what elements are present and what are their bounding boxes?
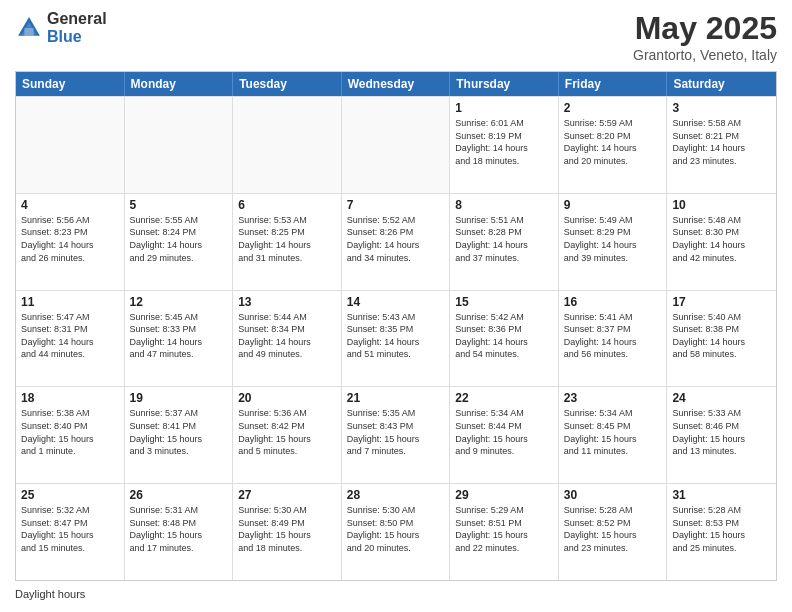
header-friday: Friday <box>559 72 668 96</box>
day-info: Sunrise: 5:42 AM Sunset: 8:36 PM Dayligh… <box>455 311 553 361</box>
day-info: Sunrise: 5:55 AM Sunset: 8:24 PM Dayligh… <box>130 214 228 264</box>
svg-rect-2 <box>24 28 33 36</box>
day-info: Sunrise: 5:33 AM Sunset: 8:46 PM Dayligh… <box>672 407 771 457</box>
day-number: 3 <box>672 101 771 115</box>
calendar-cell-r3-c1: 19Sunrise: 5:37 AM Sunset: 8:41 PM Dayli… <box>125 387 234 483</box>
day-number: 18 <box>21 391 119 405</box>
day-number: 10 <box>672 198 771 212</box>
calendar-cell-r2-c0: 11Sunrise: 5:47 AM Sunset: 8:31 PM Dayli… <box>16 291 125 387</box>
logo-general: General <box>47 10 107 28</box>
day-info: Sunrise: 5:30 AM Sunset: 8:49 PM Dayligh… <box>238 504 336 554</box>
calendar-cell-r1-c5: 9Sunrise: 5:49 AM Sunset: 8:29 PM Daylig… <box>559 194 668 290</box>
logo-blue: Blue <box>47 28 107 46</box>
calendar-cell-r3-c5: 23Sunrise: 5:34 AM Sunset: 8:45 PM Dayli… <box>559 387 668 483</box>
day-info: Sunrise: 5:28 AM Sunset: 8:53 PM Dayligh… <box>672 504 771 554</box>
calendar-row-1: 4Sunrise: 5:56 AM Sunset: 8:23 PM Daylig… <box>16 193 776 290</box>
day-info: Sunrise: 5:43 AM Sunset: 8:35 PM Dayligh… <box>347 311 445 361</box>
calendar-cell-r2-c3: 14Sunrise: 5:43 AM Sunset: 8:35 PM Dayli… <box>342 291 451 387</box>
day-number: 17 <box>672 295 771 309</box>
day-info: Sunrise: 5:32 AM Sunset: 8:47 PM Dayligh… <box>21 504 119 554</box>
day-info: Sunrise: 5:34 AM Sunset: 8:45 PM Dayligh… <box>564 407 662 457</box>
day-info: Sunrise: 5:41 AM Sunset: 8:37 PM Dayligh… <box>564 311 662 361</box>
header-sunday: Sunday <box>16 72 125 96</box>
day-number: 20 <box>238 391 336 405</box>
logo-icon <box>15 14 43 42</box>
calendar-row-2: 11Sunrise: 5:47 AM Sunset: 8:31 PM Dayli… <box>16 290 776 387</box>
day-info: Sunrise: 5:30 AM Sunset: 8:50 PM Dayligh… <box>347 504 445 554</box>
day-info: Sunrise: 5:48 AM Sunset: 8:30 PM Dayligh… <box>672 214 771 264</box>
day-number: 24 <box>672 391 771 405</box>
calendar-cell-r1-c1: 5Sunrise: 5:55 AM Sunset: 8:24 PM Daylig… <box>125 194 234 290</box>
calendar-cell-r0-c1 <box>125 97 234 193</box>
title-location: Grantorto, Veneto, Italy <box>633 47 777 63</box>
day-number: 11 <box>21 295 119 309</box>
day-info: Sunrise: 5:36 AM Sunset: 8:42 PM Dayligh… <box>238 407 336 457</box>
day-number: 22 <box>455 391 553 405</box>
day-info: Sunrise: 5:52 AM Sunset: 8:26 PM Dayligh… <box>347 214 445 264</box>
calendar-cell-r3-c0: 18Sunrise: 5:38 AM Sunset: 8:40 PM Dayli… <box>16 387 125 483</box>
day-info: Sunrise: 5:35 AM Sunset: 8:43 PM Dayligh… <box>347 407 445 457</box>
header-tuesday: Tuesday <box>233 72 342 96</box>
page: General Blue May 2025 Grantorto, Veneto,… <box>0 0 792 612</box>
day-info: Sunrise: 5:59 AM Sunset: 8:20 PM Dayligh… <box>564 117 662 167</box>
header-monday: Monday <box>125 72 234 96</box>
day-number: 14 <box>347 295 445 309</box>
day-info: Sunrise: 5:29 AM Sunset: 8:51 PM Dayligh… <box>455 504 553 554</box>
calendar-cell-r3-c2: 20Sunrise: 5:36 AM Sunset: 8:42 PM Dayli… <box>233 387 342 483</box>
calendar-cell-r4-c3: 28Sunrise: 5:30 AM Sunset: 8:50 PM Dayli… <box>342 484 451 580</box>
day-number: 21 <box>347 391 445 405</box>
calendar-cell-r1-c0: 4Sunrise: 5:56 AM Sunset: 8:23 PM Daylig… <box>16 194 125 290</box>
day-info: Sunrise: 6:01 AM Sunset: 8:19 PM Dayligh… <box>455 117 553 167</box>
calendar-cell-r0-c0 <box>16 97 125 193</box>
day-info: Sunrise: 5:34 AM Sunset: 8:44 PM Dayligh… <box>455 407 553 457</box>
day-number: 16 <box>564 295 662 309</box>
day-info: Sunrise: 5:49 AM Sunset: 8:29 PM Dayligh… <box>564 214 662 264</box>
day-number: 1 <box>455 101 553 115</box>
day-number: 29 <box>455 488 553 502</box>
calendar-cell-r2-c5: 16Sunrise: 5:41 AM Sunset: 8:37 PM Dayli… <box>559 291 668 387</box>
day-info: Sunrise: 5:53 AM Sunset: 8:25 PM Dayligh… <box>238 214 336 264</box>
calendar-cell-r1-c3: 7Sunrise: 5:52 AM Sunset: 8:26 PM Daylig… <box>342 194 451 290</box>
day-number: 5 <box>130 198 228 212</box>
day-number: 23 <box>564 391 662 405</box>
calendar-cell-r3-c6: 24Sunrise: 5:33 AM Sunset: 8:46 PM Dayli… <box>667 387 776 483</box>
calendar-cell-r4-c5: 30Sunrise: 5:28 AM Sunset: 8:52 PM Dayli… <box>559 484 668 580</box>
day-number: 25 <box>21 488 119 502</box>
day-number: 30 <box>564 488 662 502</box>
day-info: Sunrise: 5:58 AM Sunset: 8:21 PM Dayligh… <box>672 117 771 167</box>
calendar-cell-r0-c4: 1Sunrise: 6:01 AM Sunset: 8:19 PM Daylig… <box>450 97 559 193</box>
day-number: 28 <box>347 488 445 502</box>
day-number: 26 <box>130 488 228 502</box>
calendar-cell-r4-c0: 25Sunrise: 5:32 AM Sunset: 8:47 PM Dayli… <box>16 484 125 580</box>
day-number: 13 <box>238 295 336 309</box>
calendar: Sunday Monday Tuesday Wednesday Thursday… <box>15 71 777 581</box>
calendar-cell-r1-c6: 10Sunrise: 5:48 AM Sunset: 8:30 PM Dayli… <box>667 194 776 290</box>
day-info: Sunrise: 5:31 AM Sunset: 8:48 PM Dayligh… <box>130 504 228 554</box>
day-number: 6 <box>238 198 336 212</box>
day-number: 8 <box>455 198 553 212</box>
calendar-cell-r1-c2: 6Sunrise: 5:53 AM Sunset: 8:25 PM Daylig… <box>233 194 342 290</box>
calendar-cell-r2-c1: 12Sunrise: 5:45 AM Sunset: 8:33 PM Dayli… <box>125 291 234 387</box>
calendar-cell-r0-c5: 2Sunrise: 5:59 AM Sunset: 8:20 PM Daylig… <box>559 97 668 193</box>
day-number: 31 <box>672 488 771 502</box>
day-number: 7 <box>347 198 445 212</box>
day-info: Sunrise: 5:38 AM Sunset: 8:40 PM Dayligh… <box>21 407 119 457</box>
calendar-row-4: 25Sunrise: 5:32 AM Sunset: 8:47 PM Dayli… <box>16 483 776 580</box>
day-number: 19 <box>130 391 228 405</box>
calendar-cell-r4-c6: 31Sunrise: 5:28 AM Sunset: 8:53 PM Dayli… <box>667 484 776 580</box>
calendar-cell-r2-c4: 15Sunrise: 5:42 AM Sunset: 8:36 PM Dayli… <box>450 291 559 387</box>
day-number: 4 <box>21 198 119 212</box>
calendar-cell-r4-c2: 27Sunrise: 5:30 AM Sunset: 8:49 PM Dayli… <box>233 484 342 580</box>
title-month: May 2025 <box>633 10 777 47</box>
day-number: 15 <box>455 295 553 309</box>
title-block: May 2025 Grantorto, Veneto, Italy <box>633 10 777 63</box>
daylight-note: Daylight hours <box>15 586 777 602</box>
day-info: Sunrise: 5:45 AM Sunset: 8:33 PM Dayligh… <box>130 311 228 361</box>
header-thursday: Thursday <box>450 72 559 96</box>
day-info: Sunrise: 5:56 AM Sunset: 8:23 PM Dayligh… <box>21 214 119 264</box>
header-wednesday: Wednesday <box>342 72 451 96</box>
calendar-cell-r3-c3: 21Sunrise: 5:35 AM Sunset: 8:43 PM Dayli… <box>342 387 451 483</box>
logo-text: General Blue <box>47 10 107 45</box>
day-info: Sunrise: 5:51 AM Sunset: 8:28 PM Dayligh… <box>455 214 553 264</box>
logo: General Blue <box>15 10 107 45</box>
